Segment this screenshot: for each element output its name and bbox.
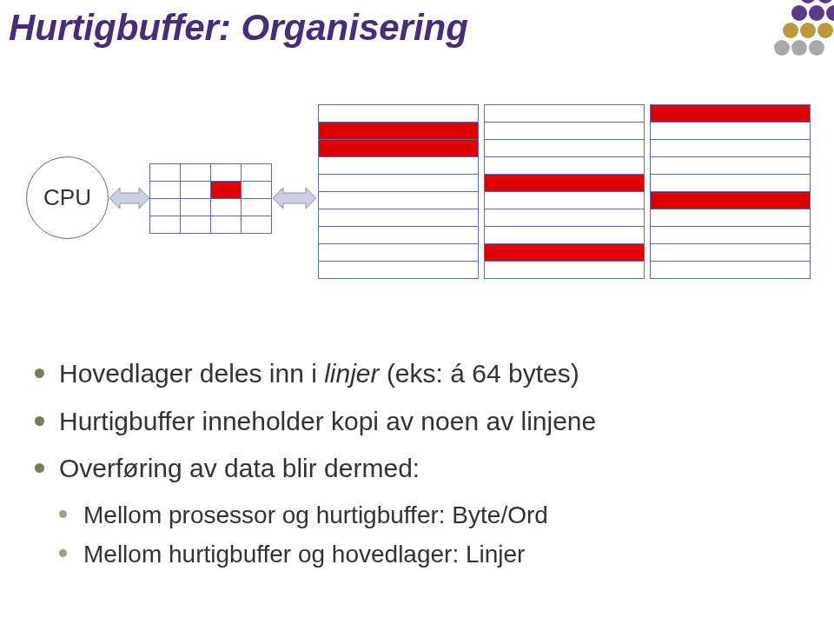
svg-point-5 [826,5,834,21]
memory-line [318,226,479,244]
svg-point-7 [800,23,816,38]
memory-line [650,209,811,227]
memory-line [484,139,645,157]
sub-bullet-3a: Mellom prosessor og hurtigbuffer: Byte/O… [35,499,799,532]
bullet-3: Overføring av data blir dermed: [35,451,799,487]
cache-cell [241,198,272,216]
arrow-cache-memory [273,184,316,212]
svg-point-10 [791,40,807,56]
cache-cell [149,216,181,234]
cache-row [149,216,271,233]
cache-cell [210,181,242,199]
memory-line [318,243,479,262]
memory-line [650,156,811,175]
memory-line [318,104,479,123]
memory-column [484,104,645,278]
bullet-2-text: Hurtigbuffer inneholder kopi av noen av … [59,407,596,435]
bullet-dot-icon [35,463,44,473]
memory-line [318,209,479,227]
svg-point-1 [817,0,833,3]
memory-line [318,191,479,209]
memory-line [650,261,811,279]
memory-line [650,226,811,244]
bullet-dot-icon [59,549,67,557]
arrow-cpu-cache [109,184,149,212]
cache-cell [149,163,181,182]
bullet-dot-icon [35,416,44,426]
memory-line [484,156,645,175]
cache-cell [180,198,211,216]
sub-bullet-3a-text: Mellom prosessor og hurtigbuffer: Byte/O… [83,501,548,528]
svg-marker-12 [109,188,149,209]
slide-title: Hurtigbuffer: Organisering [9,7,468,49]
cpu-label: CPU [43,184,91,211]
cache-cell [149,198,181,216]
memory-line [318,174,479,192]
diagram: CPU [0,104,834,330]
cache-cell [241,163,272,182]
memory-column [650,104,811,278]
cache-cell [241,181,272,199]
memory-line [484,174,645,192]
memory-line [484,122,645,140]
cache-cell [180,163,211,182]
svg-point-3 [791,5,807,21]
svg-point-0 [800,0,816,3]
bullet-1-text-italic: linjer [324,359,379,388]
bullet-1-text-pre: Hovedlager deles inn i [59,359,324,388]
memory-line [650,243,811,262]
svg-point-4 [809,5,824,21]
logo-dots [747,0,834,96]
bullet-3-text: Overføring av data blir dermed: [59,454,420,482]
cache-cell [210,163,242,182]
memory-line [484,191,645,209]
cache-row [149,163,271,181]
memory-line [650,104,811,123]
cache-row [149,198,271,216]
bullet-1: Hovedlager deles inn i linjer (eks: á 64… [35,356,799,392]
memory-line [484,261,645,279]
cache-grid [149,163,271,233]
memory-line [484,226,645,244]
sub-bullet-3b: Mellom hurtigbuffer og hovedlager: Linje… [35,538,799,571]
sub-bullet-3b-text: Mellom hurtigbuffer og hovedlager: Linje… [83,541,525,568]
svg-point-9 [774,40,790,56]
bullet-list: Hovedlager deles inn i linjer (eks: á 64… [35,356,799,578]
cache-cell [149,181,181,199]
bullet-2: Hurtigbuffer inneholder kopi av noen av … [35,404,799,440]
cache-cell [241,216,272,234]
bullet-dot-icon [59,510,67,518]
svg-point-11 [809,40,824,56]
cache-cell [210,198,242,216]
cache-row [149,181,271,198]
memory-line [318,139,479,157]
memory-line [318,261,479,279]
cache-cell [180,216,211,234]
svg-marker-13 [273,188,316,209]
svg-point-6 [783,23,798,38]
memory-line [650,139,811,157]
cpu-node: CPU [26,156,109,239]
cache-cell [210,216,242,234]
memory-line [318,122,479,140]
memory-line [318,156,479,175]
memory-column [318,104,479,278]
memory-line [484,209,645,227]
memory-line [650,174,811,192]
memory-line [484,243,645,262]
memory-grid [318,104,811,278]
memory-line [650,122,811,140]
memory-line [484,104,645,123]
svg-point-8 [817,23,833,38]
memory-line [650,191,811,209]
bullet-dot-icon [35,368,44,378]
cache-cell [180,181,211,199]
bullet-1-text-post: (eks: á 64 bytes) [380,359,579,388]
